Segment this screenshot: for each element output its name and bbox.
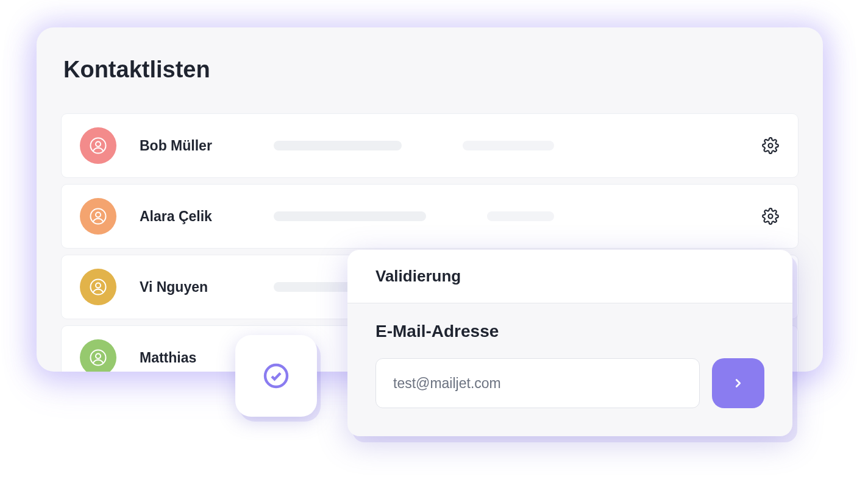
gear-icon <box>762 137 779 154</box>
svg-point-9 <box>96 354 101 359</box>
email-label: E-Mail-Adresse <box>375 322 764 341</box>
skeleton-bar <box>274 141 402 150</box>
user-circle-icon <box>89 278 107 296</box>
popup-body: E-Mail-Adresse test@mailjet.com <box>347 303 792 436</box>
validation-check-badge <box>235 335 317 417</box>
user-circle-icon <box>89 207 107 225</box>
skeleton-group <box>274 282 353 292</box>
gear-icon <box>762 208 779 225</box>
svg-point-7 <box>96 283 101 288</box>
skeleton-bar <box>274 211 426 221</box>
svg-point-0 <box>91 138 106 154</box>
svg-point-6 <box>91 280 106 295</box>
skeleton-bar <box>274 282 353 292</box>
user-circle-icon <box>89 348 107 367</box>
skeleton-bar <box>487 211 554 221</box>
avatar <box>80 127 116 164</box>
email-input[interactable]: test@mailjet.com <box>375 358 700 408</box>
email-input-value: test@mailjet.com <box>393 375 501 392</box>
svg-point-2 <box>769 144 773 148</box>
submit-button[interactable] <box>712 358 764 408</box>
contact-row[interactable]: Alara Çelik <box>61 184 799 249</box>
check-circle-icon <box>261 361 291 391</box>
chevron-right-icon <box>731 376 745 390</box>
avatar <box>80 269 116 305</box>
avatar <box>80 339 116 372</box>
skeleton-bar <box>463 141 554 150</box>
contact-name: Bob Müller <box>140 138 274 154</box>
input-row: test@mailjet.com <box>375 358 764 408</box>
skeleton-group <box>274 211 554 221</box>
svg-point-4 <box>96 213 101 217</box>
contact-name: Vi Nguyen <box>140 279 274 295</box>
skeleton-group <box>274 141 554 150</box>
contact-name: Alara Çelik <box>140 208 274 225</box>
settings-button[interactable] <box>761 136 780 155</box>
svg-point-3 <box>91 209 106 224</box>
svg-point-5 <box>769 214 773 219</box>
validation-popup: Validierung E-Mail-Adresse test@mailjet.… <box>347 250 792 436</box>
svg-point-1 <box>96 142 101 147</box>
user-circle-icon <box>89 136 107 155</box>
popup-header: Validierung <box>347 250 792 303</box>
avatar <box>80 198 116 235</box>
page-title: Kontaktlisten <box>63 57 799 83</box>
svg-point-8 <box>91 350 106 366</box>
settings-button[interactable] <box>761 207 780 225</box>
contact-row[interactable]: Bob Müller <box>61 113 799 178</box>
popup-title: Validierung <box>375 267 764 286</box>
